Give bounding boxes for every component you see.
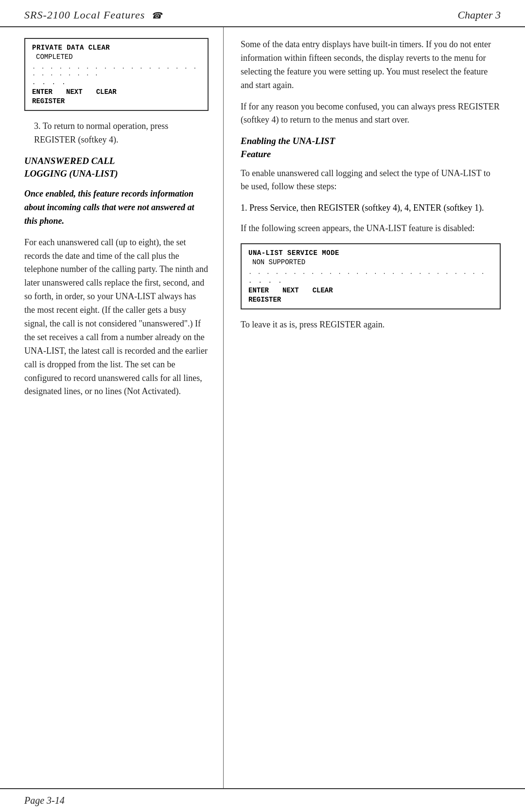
- sub-heading-una-list: Enabling the UNA-LIST Feature: [241, 135, 501, 161]
- lcd-title-2: UNA-LIST SERVICE MODE: [248, 249, 493, 257]
- lcd-dots-short-2: . . . .: [248, 278, 493, 285]
- step1-text: 1. Press Service, then REGISTER (softkey…: [241, 201, 501, 215]
- section-heading-line1: UNANSWERED CALL: [24, 155, 209, 168]
- lcd-subtitle-2: NON SUPPORTED: [248, 258, 493, 266]
- sub-heading-line2: Feature: [241, 148, 501, 161]
- lcd-softkeys-2: ENTER NEXT CLEAR: [248, 287, 493, 294]
- right-para1: Some of the data entry displays have bui…: [241, 38, 501, 92]
- page: SRS-2100 Local Features ☎ Chapter 3 PRIV…: [0, 0, 525, 812]
- right-column: Some of the data entry displays have bui…: [224, 27, 525, 788]
- section-heading-unanswered: UNANSWERED CALL LOGGING (UNA-LIST): [24, 155, 209, 180]
- right-para2: If for any reason you become confused, y…: [241, 100, 501, 127]
- right-para3: To enable unanswered call logging and se…: [241, 167, 501, 194]
- page-number: Page 3-14: [24, 795, 65, 806]
- header-chapter: Chapter 3: [457, 9, 501, 21]
- bold-intro-para: Once enabled, this feature records infor…: [24, 187, 209, 228]
- step3-text: 3. To return to normal operation, press …: [24, 120, 209, 147]
- softkey-enter-1: ENTER: [32, 88, 52, 96]
- softkey-clear-1: CLEAR: [96, 88, 117, 96]
- section-heading-line2: LOGGING (UNA-LIST): [24, 167, 209, 180]
- lcd-softkeys-1: ENTER NEXT CLEAR: [32, 88, 201, 96]
- softkey-next-1: NEXT: [66, 88, 83, 96]
- content-area: PRIVATE DATA CLEAR COMPLETED . . . . . .…: [0, 27, 525, 788]
- softkey-clear-2: CLEAR: [313, 287, 333, 294]
- right-para4: If the following screen appears, the UNA…: [241, 222, 501, 235]
- lcd-register-2: REGISTER: [248, 296, 493, 304]
- lcd-register-1: REGISTER: [32, 97, 201, 105]
- lcd-dots-short-1: . . . .: [32, 79, 201, 86]
- lcd-display-1: PRIVATE DATA CLEAR COMPLETED . . . . . .…: [24, 38, 209, 111]
- softkey-next-2: NEXT: [282, 287, 299, 294]
- page-footer: Page 3-14: [0, 788, 525, 812]
- softkey-enter-2: ENTER: [248, 287, 269, 294]
- body-para-left: For each unanswered call (up to eight), …: [24, 236, 209, 399]
- page-header: SRS-2100 Local Features ☎ Chapter 3: [0, 0, 525, 27]
- sub-heading-line1: Enabling the UNA-LIST: [241, 135, 501, 148]
- phone-icon: ☎: [151, 10, 162, 21]
- right-para5: To leave it as is, press REGISTER again.: [241, 318, 501, 332]
- left-column: PRIVATE DATA CLEAR COMPLETED . . . . . .…: [0, 27, 224, 788]
- header-title-text: SRS-2100 Local Features: [24, 9, 145, 21]
- lcd-title-1: PRIVATE DATA CLEAR: [32, 44, 201, 52]
- lcd-display-2: UNA-LIST SERVICE MODE NON SUPPORTED . . …: [241, 243, 501, 309]
- lcd-dots-long-1: . . . . . . . . . . . . . . . . . . . . …: [32, 64, 201, 77]
- header-title: SRS-2100 Local Features ☎: [24, 9, 162, 21]
- lcd-dots-long-2: . . . . . . . . . . . . . . . . . . . . …: [248, 269, 493, 276]
- lcd-subtitle-1: COMPLETED: [32, 53, 201, 61]
